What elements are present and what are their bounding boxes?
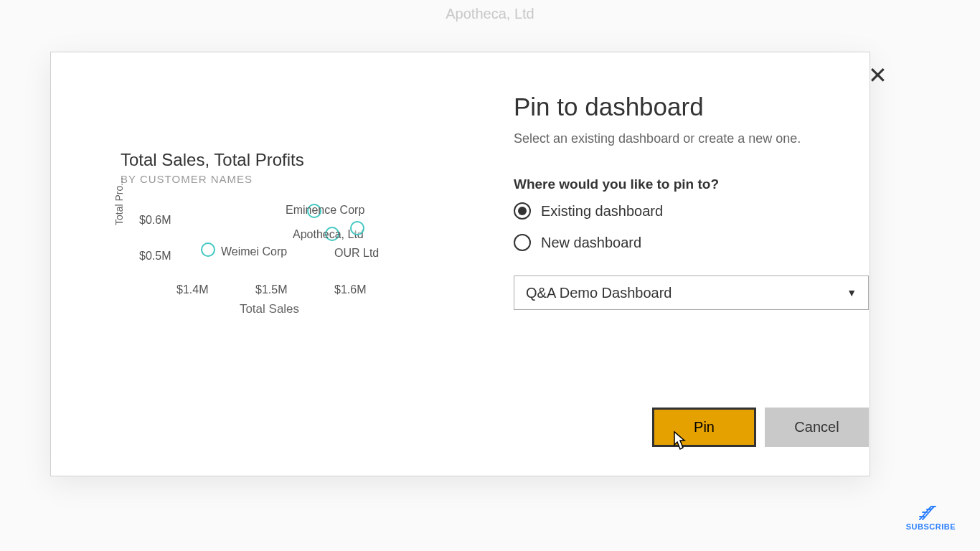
dialog-preview-pane: Total Sales, Total Profits BY CUSTOMER N… [51,52,478,476]
pin-to-dashboard-dialog: Total Sales, Total Profits BY CUSTOMER N… [50,52,870,476]
chart-subtitle: BY CUSTOMER NAMES [121,173,423,185]
data-point-label: Weimei Corp [221,245,287,258]
close-button[interactable]: ✕ [861,60,895,91]
radio-icon [514,234,531,251]
close-icon: ✕ [868,62,887,88]
chart-title: Total Sales, Total Profits [121,150,423,170]
dialog-form-pane: ✕ Pin to dashboard Select an existing da… [478,52,912,476]
subscribe-badge[interactable]: SUBSCRIBE [906,505,956,531]
dialog-subtitle: Select an existing dashboard or create a… [514,131,869,146]
dashboard-select-value: Q&A Demo Dashboard [526,285,672,301]
chart-preview-tile: Total Sales, Total Profits BY CUSTOMER N… [105,131,438,329]
data-point [350,221,364,235]
dialog-button-row: Pin Cancel [514,408,869,454]
x-tick: $1.6M [334,283,366,296]
data-point [201,242,215,257]
radio-label: Existing dashboard [541,203,663,220]
scatter-plot: Total Pro... $0.6M $0.5M $1.4M $1.5M $1.… [121,198,418,316]
data-point-label: OUR Ltd [334,247,379,260]
pin-button[interactable]: Pin [652,408,756,447]
x-tick: $1.4M [176,283,208,296]
radio-new-dashboard[interactable]: New dashboard [514,234,869,251]
y-axis-label: Total Pro... [113,177,125,225]
dna-icon [918,505,943,521]
cancel-button[interactable]: Cancel [765,408,869,447]
chevron-down-icon: ▼ [847,287,857,298]
x-tick: $1.5M [255,283,287,296]
pin-target-question: Where would you like to pin to? [514,176,869,192]
radio-icon [514,202,531,220]
data-point-label: Eminence Corp [286,204,364,217]
dashboard-select[interactable]: Q&A Demo Dashboard ▼ [514,276,869,310]
radio-label: New dashboard [541,235,641,251]
dialog-title: Pin to dashboard [514,93,869,121]
radio-existing-dashboard[interactable]: Existing dashboard [514,202,869,220]
y-tick: $0.6M [139,214,171,227]
background-company-name: Apotheca, Ltd [446,6,534,22]
x-axis-label: Total Sales [240,302,299,316]
subscribe-label: SUBSCRIBE [906,522,956,531]
y-tick: $0.5M [139,250,171,263]
